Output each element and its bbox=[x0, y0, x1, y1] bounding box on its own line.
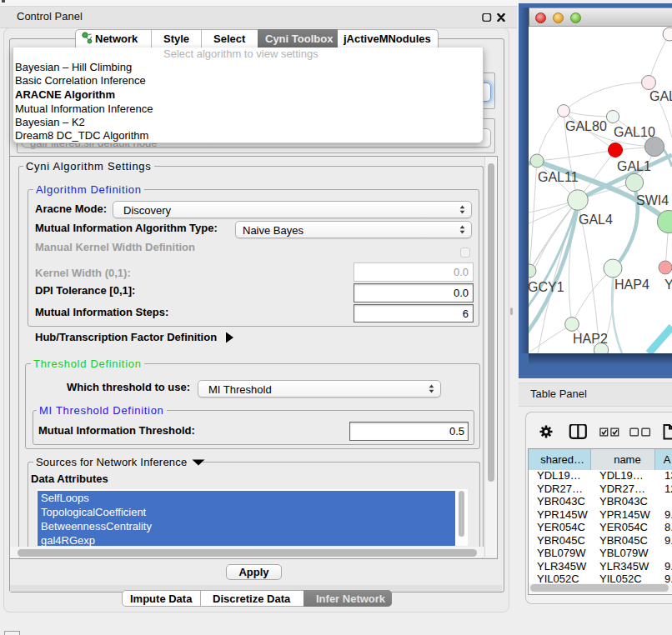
svg-text:YL: YL bbox=[664, 278, 672, 292]
svg-text:GAL80: GAL80 bbox=[565, 119, 607, 133]
svg-text:HAP2: HAP2 bbox=[573, 332, 608, 346]
svg-text:GAL11: GAL11 bbox=[538, 170, 579, 184]
svg-text:GCY1: GCY1 bbox=[529, 280, 564, 294]
svg-text:GAL7: GAL7 bbox=[649, 89, 672, 103]
svg-text:SWI4: SWI4 bbox=[636, 193, 669, 208]
svg-text:GAL4: GAL4 bbox=[579, 212, 613, 227]
svg-text:GAL10: GAL10 bbox=[614, 125, 655, 139]
svg-text:GAL1: GAL1 bbox=[617, 159, 651, 173]
svg-text:HAP4: HAP4 bbox=[614, 278, 649, 292]
